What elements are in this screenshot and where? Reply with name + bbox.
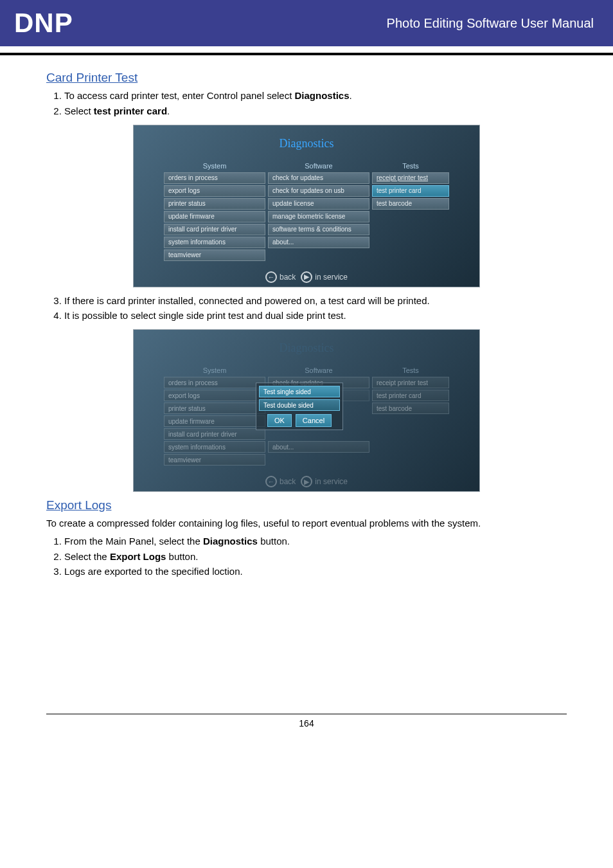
page-number: 164 (299, 718, 314, 728)
header-bar: DNP Photo Editing Software User Manual (0, 0, 613, 46)
diag-footer: ← back ▶ in service (134, 271, 479, 283)
col-software: Software check for updates check for upd… (268, 162, 369, 261)
btn-about-2[interactable]: about... (268, 441, 369, 453)
col-head-system-2: System (164, 366, 265, 375)
export-logs-steps: From the Main Panel, select the Diagnost… (46, 534, 567, 579)
col-system-2: System orders in process export logs pri… (164, 366, 265, 466)
btn-test-barcode-2[interactable]: test barcode (372, 402, 449, 414)
header-title: Photo Editing Software User Manual (387, 16, 594, 31)
col-head-tests-2: Tests (372, 366, 449, 375)
back-label: back (280, 273, 296, 282)
export-step-3: Logs are exported to the specified locti… (64, 565, 567, 579)
export-step-2: Select the Export Logs button. (64, 550, 567, 564)
btn-test-double-sided[interactable]: Test double sided (259, 399, 340, 411)
diag-title-2: Diagnostics (147, 341, 466, 355)
btn-install-card-printer-driver[interactable]: install card printer driver (164, 224, 265, 235)
back-label-2: back (280, 477, 296, 486)
page-footer: 164 (46, 714, 567, 732)
back-button-2[interactable]: ← back (265, 476, 296, 487)
btn-check-for-updates[interactable]: check for updates (268, 172, 369, 184)
section-title-export-logs: Export Logs (46, 498, 567, 512)
in-service-button-2[interactable]: ▶ in service (301, 476, 348, 487)
section-title-card-printer-test: Card Printer Test (46, 71, 567, 85)
bold-test-printer-card: test printer card (94, 105, 167, 116)
btn-test-printer-card-2[interactable]: test printer card (372, 390, 449, 401)
btn-update-license[interactable]: update license (268, 198, 369, 210)
step-3: If there is card printer installed, conn… (64, 294, 567, 308)
col-tests-2: Tests receipt printer test test printer … (372, 366, 449, 466)
btn-test-single-sided[interactable]: Test single sided (259, 386, 340, 397)
btn-orders-in-process-2[interactable]: orders in process (164, 377, 265, 388)
popup-dialog: Test single sided Test double sided OK C… (256, 383, 343, 430)
col-head-tests: Tests (372, 162, 449, 171)
diagnostics-panel-2: Diagnostics System orders in process exp… (133, 329, 480, 492)
in-service-button[interactable]: ▶ in service (301, 271, 348, 283)
btn-check-for-updates-usb[interactable]: check for updates on usb (268, 185, 369, 197)
btn-receipt-printer-test[interactable]: receipt printer test (372, 172, 449, 184)
btn-about[interactable]: about... (268, 237, 369, 248)
btn-cancel[interactable]: Cancel (296, 414, 332, 427)
btn-orders-in-process[interactable]: orders in process (164, 172, 265, 184)
btn-test-printer-card[interactable]: test printer card (372, 185, 449, 197)
diag-title: Diagnostics (147, 137, 466, 150)
step-1: To access card printer test, enter Contr… (64, 89, 567, 103)
in-service-label: in service (315, 273, 348, 282)
logo: DNP (14, 8, 73, 39)
btn-printer-status[interactable]: printer status (164, 198, 265, 210)
col-head-software-2: Software (268, 366, 369, 375)
step-4: It is possible to select single side pri… (64, 309, 567, 323)
screenshot-2-wrap: Diagnostics System orders in process exp… (46, 329, 567, 492)
btn-system-informations[interactable]: system informations (164, 237, 265, 248)
btn-software-terms[interactable]: software terms & conditions (268, 224, 369, 235)
bold-export-logs: Export Logs (110, 551, 166, 562)
btn-teamviewer-2[interactable]: teamviewer (164, 454, 265, 466)
col-tests: Tests receipt printer test test printer … (372, 162, 449, 261)
btn-printer-status-2[interactable]: printer status (164, 402, 265, 414)
btn-ok[interactable]: OK (267, 414, 292, 427)
btn-manage-biometric-license[interactable]: manage biometric license (268, 211, 369, 222)
btn-export-logs[interactable]: export logs (164, 185, 265, 197)
btn-receipt-printer-test-2[interactable]: receipt printer test (372, 377, 449, 388)
screenshot-1-wrap: Diagnostics System orders in process exp… (46, 125, 567, 287)
col-head-software: Software (268, 162, 369, 171)
export-step-1: From the Main Panel, select the Diagnost… (64, 534, 567, 548)
btn-system-informations-2[interactable]: system informations (164, 441, 265, 453)
diag-footer-2: ← back ▶ in service (134, 476, 479, 487)
play-icon: ▶ (301, 271, 312, 283)
btn-test-barcode[interactable]: test barcode (372, 198, 449, 210)
steps-list-a: To access card printer test, enter Contr… (46, 89, 567, 118)
steps-list-b: If there is card printer installed, conn… (46, 294, 567, 323)
in-service-label-2: in service (315, 477, 348, 486)
btn-update-firmware[interactable]: update firmware (164, 211, 265, 222)
back-arrow-icon: ← (265, 271, 277, 283)
bold-diagnostics: Diagnostics (295, 90, 350, 101)
play-icon-2: ▶ (301, 476, 312, 487)
export-logs-intro: To create a compressed folder containing… (46, 516, 567, 530)
step-2: Select test printer card. (64, 104, 567, 118)
col-system: System orders in process export logs pri… (164, 162, 265, 261)
btn-update-firmware-2[interactable]: update firmware (164, 415, 265, 427)
diagnostics-panel-1: Diagnostics System orders in process exp… (133, 125, 480, 287)
btn-install-card-printer-driver-2[interactable]: install card printer driver (164, 428, 265, 440)
btn-teamviewer[interactable]: teamviewer (164, 249, 265, 261)
col-head-system: System (164, 162, 265, 171)
btn-export-logs-2[interactable]: export logs (164, 390, 265, 401)
back-button[interactable]: ← back (265, 271, 296, 283)
back-arrow-icon-2: ← (265, 476, 277, 487)
bold-diagnostics-2: Diagnostics (203, 536, 258, 547)
